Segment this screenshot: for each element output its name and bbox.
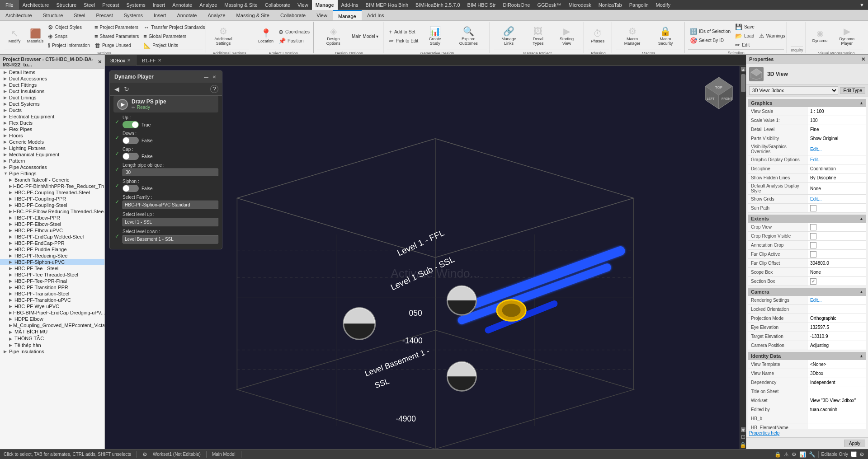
- scroll-up-btn[interactable]: ▲: [741, 67, 745, 71]
- edit-selection-button[interactable]: ✏ Edit: [733, 41, 756, 49]
- tree-mechanical-equipment[interactable]: ▶ Mechanical Equipment: [0, 151, 104, 158]
- prop-hidden-lines-val[interactable]: By Discipline: [807, 173, 866, 182]
- tree-branch-takeoff[interactable]: ▶ Branch Takeoff - Generic: [0, 177, 104, 183]
- status-editable-checkbox[interactable]: [851, 451, 857, 457]
- tree-pipe-fittings[interactable]: ▼ Pipe Fittings: [0, 170, 104, 177]
- phases-button[interactable]: ⏱ Phases: [588, 23, 608, 50]
- properties-apply-button[interactable]: Apply: [844, 440, 865, 447]
- dynamo-button[interactable]: ◉ Dynamo: [810, 23, 830, 50]
- tree-hbc-elbow-upvc[interactable]: ▶ HBC-PF-Elbow-uPVC: [0, 227, 104, 234]
- status-icon-2[interactable]: ⚠: [784, 451, 789, 458]
- tree-pipe-accessories[interactable]: ▶ Pipe Accessories: [0, 164, 104, 170]
- file-menu[interactable]: File: [0, 0, 19, 10]
- manage-links-button[interactable]: 🔗 Manage Links: [494, 23, 524, 50]
- prop-crop-region-checkbox[interactable]: [810, 233, 816, 239]
- tree-hbg-bim[interactable]: ▶ HBG-BIM-PipeF-EndCap Dredging-uPV...: [0, 309, 104, 316]
- prop-edited-by-val[interactable]: tuan.caominh: [807, 405, 866, 414]
- create-study-button[interactable]: 📊 Create Study: [421, 23, 449, 50]
- prop-annotation-crop-checkbox[interactable]: [810, 242, 816, 248]
- tree-duct-systems[interactable]: ▶ Duct Systems: [0, 101, 104, 107]
- prop-sun-path-val[interactable]: [807, 204, 866, 212]
- object-styles-button[interactable]: ⚙ Object Styles: [46, 23, 92, 32]
- tree-hbc-wye-upvc[interactable]: ▶ HBC-PF-Wye-uPVC: [0, 303, 104, 309]
- decal-types-button[interactable]: 🖼 Decal Types: [525, 23, 552, 50]
- tree-hbc-tee-ppr-final[interactable]: ▶ HBC-PF-Tee-PPR-Final: [0, 278, 104, 284]
- tree-hbc-elbow-steel[interactable]: ▶ HBC-PF-Elbow-Steel: [0, 221, 104, 227]
- param-down-toggle[interactable]: [123, 137, 139, 144]
- tab-3dbox[interactable]: 3DBox ✕: [105, 55, 137, 66]
- bim-hbc-menu[interactable]: BIM HBC Str: [464, 0, 500, 10]
- project-browser-content[interactable]: ▶ Detail Items ▶ Duct Accessories ▶ Duct…: [0, 69, 104, 449]
- tree-hbc-endcap-ppr[interactable]: ▶ HBC-PF-EndCap-PPR: [0, 240, 104, 246]
- tree-hdpe-elbow[interactable]: ▶ HDPE Elbow: [0, 316, 104, 322]
- prop-far-clip-active-val[interactable]: [807, 250, 866, 258]
- tree-te-thep[interactable]: ▶ Tê thép hàn: [0, 342, 104, 348]
- tab-insert[interactable]: Insert: [148, 10, 172, 20]
- tab-annotate[interactable]: Annotate: [171, 10, 202, 20]
- zoom-fit-btn[interactable]: ⊡: [741, 434, 745, 440]
- tree-hbc-elbow-reducing[interactable]: ▶ HBC-PF-Elbow Reducing Threaded-Stee...: [0, 208, 104, 215]
- param-up-toggle[interactable]: [123, 121, 139, 128]
- tree-hbc-coupling-threaded-steel[interactable]: ▶ HBC-PF-Coupling Threaded-Steel: [0, 189, 104, 196]
- materials-button[interactable]: 🟫 Materials: [25, 23, 45, 50]
- tab-massing[interactable]: Massing & Site: [231, 10, 275, 20]
- pangolin-menu[interactable]: Pangolin: [626, 0, 652, 10]
- prop-graphic-display-val[interactable]: Edit...: [807, 155, 866, 164]
- tree-m-coupling[interactable]: ▶ M_Coupling_Grooved_MEPcontent_Victa...: [0, 322, 104, 328]
- dynamo-run-button[interactable]: ▶: [117, 99, 128, 110]
- starting-view-button[interactable]: ▶ Starting View: [552, 23, 581, 50]
- tab-manage[interactable]: Manage: [333, 10, 362, 20]
- tree-duct-accessories[interactable]: ▶ Duct Accessories: [0, 75, 104, 82]
- prop-discipline-val[interactable]: Coordination: [807, 164, 866, 173]
- tree-hbc-binhminh[interactable]: ▶ HBC-PF-BinhMinhPPR-Tee_Reducer_Thi...: [0, 183, 104, 189]
- properties-close[interactable]: ✕: [861, 56, 865, 62]
- tab-b1ff[interactable]: B1-FF ✕: [137, 55, 167, 66]
- prop-parts-visibility-val[interactable]: Show Original: [807, 134, 866, 143]
- tree-duct-insulations[interactable]: ▶ Duct Insulations: [0, 88, 104, 94]
- snaps-button[interactable]: ⊕ Snaps: [46, 32, 92, 41]
- systems-menu[interactable]: Systems: [123, 0, 149, 10]
- prop-section-extents-header[interactable]: Extents ▲: [748, 215, 866, 223]
- status-icon-1[interactable]: 🔒: [774, 451, 781, 458]
- prop-far-clip-active-checkbox[interactable]: [810, 251, 816, 258]
- dynamo-back-button[interactable]: ◀: [113, 84, 120, 94]
- prop-analysis-display-val[interactable]: None: [807, 183, 866, 194]
- tree-flex-ducts[interactable]: ▶ Flex Ducts: [0, 120, 104, 126]
- project-info-button[interactable]: ℹ Project Information: [46, 41, 92, 50]
- add-to-set-button[interactable]: + Add to Set: [387, 28, 420, 36]
- param-length-input[interactable]: [123, 169, 218, 176]
- prop-scale-value-val[interactable]: 100: [807, 116, 866, 125]
- collaborate-menu[interactable]: Collaborate: [261, 0, 294, 10]
- tree-electrical-equipment[interactable]: ▶ Electrical Equipment: [0, 113, 104, 120]
- bimhoabinh-menu[interactable]: BIMHoaBinh 2.5.7.0: [412, 0, 463, 10]
- tree-hbc-siphon-upvc[interactable]: ▶ HBC-PF-Siphon-uPVC: [0, 259, 104, 265]
- tree-hbc-elbow-ppr[interactable]: ▶ HBC-PF-Elbow-PPR: [0, 215, 104, 221]
- prop-hb-elementname-val[interactable]: [807, 423, 866, 429]
- prop-sun-path-checkbox[interactable]: [810, 205, 816, 211]
- transfer-project-button[interactable]: ↔ Transfer Project Standards: [142, 23, 207, 32]
- project-parameters-button[interactable]: ≡ Project Parameters: [93, 23, 141, 32]
- tab-architecture[interactable]: Architecture: [0, 10, 38, 20]
- zoom-lock-btn[interactable]: 🔒: [740, 442, 746, 448]
- load-selection-button[interactable]: 📂 Load: [733, 32, 756, 40]
- status-settings-icon[interactable]: ⚙: [859, 451, 864, 458]
- prop-section-camera-header[interactable]: Camera ▲: [748, 288, 866, 296]
- prop-view-template-val[interactable]: <None>: [807, 360, 866, 369]
- prop-section-box-checkbox[interactable]: [810, 278, 816, 285]
- modify-menu[interactable]: Modify: [652, 0, 674, 10]
- tree-mat-bich[interactable]: ▶ MẶT BÍCH MU: [0, 328, 104, 335]
- prop-target-elevation-val[interactable]: -13310.9: [807, 332, 866, 341]
- param-level-down-dropdown[interactable]: Level Basement 1 - SSL: [123, 235, 218, 244]
- macro-manager-button[interactable]: ⚙ Macro Manager: [616, 23, 649, 50]
- tab-structure[interactable]: Structure: [38, 10, 69, 20]
- tree-detail-items[interactable]: ▶ Detail Items: [0, 69, 104, 75]
- prop-eye-elevation-val[interactable]: 132597.5: [807, 323, 866, 332]
- tree-hbc-coupling-steel[interactable]: ▶ HBC-PF-Coupling-Steel: [0, 202, 104, 208]
- prop-dependency-val[interactable]: Independent: [807, 378, 866, 387]
- tree-hbc-coupling-ppr[interactable]: ▶ HBC-PF-Coupling-PPR: [0, 196, 104, 202]
- status-editable-only[interactable]: Editable Only: [821, 452, 848, 457]
- prop-rendering-settings-val[interactable]: Edit...: [807, 296, 866, 304]
- prop-vg-overrides-val[interactable]: Edit...: [807, 143, 866, 155]
- analyze-menu[interactable]: Analyze: [196, 0, 221, 10]
- tree-hbc-transition-upvc[interactable]: ▶ HBC-PF-Transition-uPVC: [0, 297, 104, 303]
